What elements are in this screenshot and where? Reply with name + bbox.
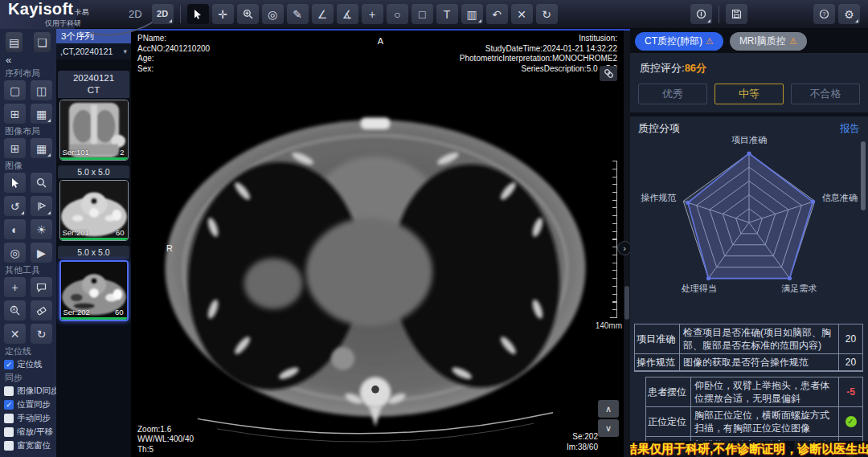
pointer-tool[interactable]	[4, 173, 26, 193]
delete-annotation-button[interactable]: ✕	[511, 4, 533, 24]
checkbox-定位线[interactable]: ✓定位线	[4, 359, 52, 370]
qc-item-name: 项目准确	[635, 324, 680, 353]
series-number-label: Ser:101	[63, 148, 89, 157]
zoom-in-tool[interactable]	[237, 4, 259, 24]
pass-check-icon: ✓	[845, 416, 857, 427]
search-tool[interactable]	[31, 173, 52, 193]
restore-tool[interactable]: ↻	[31, 324, 52, 344]
qc-table-area: 项目准确检查项目是否准确(项目如脑部、胸部、腹部是否在标准的范围内容)20操作规…	[630, 320, 868, 457]
checkbox-图像ID同步[interactable]: 图像ID同步	[4, 386, 52, 397]
play-tool[interactable]: ▶	[31, 243, 52, 263]
radar-axis-label: 信息准确	[822, 191, 858, 203]
image-count-label: 60	[116, 228, 125, 237]
length-tool[interactable]: ✎	[287, 4, 309, 24]
window-preset-button[interactable]: ▥	[461, 4, 483, 24]
target-tool[interactable]: ◎	[262, 4, 284, 24]
report-panel-toggle-icon: ❏	[37, 37, 47, 48]
probe-tool[interactable]: +	[362, 4, 383, 24]
eraser-icon	[36, 306, 47, 316]
series-thumbnail-201[interactable]: Ser:201 60	[59, 180, 129, 241]
localizer-icon: ◎	[10, 247, 19, 259]
radar-axis-label: 项目准确	[731, 134, 767, 146]
load-progress-bar	[60, 238, 128, 240]
restore-icon: ↻	[37, 328, 47, 340]
series-layout-2x2-icon: ⊞	[10, 108, 20, 120]
warning-icon: ⚠	[706, 36, 714, 47]
chevron-down-icon: ∨	[605, 423, 612, 434]
svg-text:?: ?	[823, 11, 826, 17]
info-button[interactable]	[690, 4, 712, 24]
localizer-tool[interactable]: ◎	[4, 243, 26, 263]
report-panel-toggle[interactable]: ❏	[34, 32, 51, 52]
invert-tool[interactable]: ◐	[4, 219, 26, 239]
series-thumbnail-101[interactable]: Ser:101 2	[59, 100, 129, 161]
series-thumbnail-202-selected[interactable]: Ser:202 60	[59, 260, 129, 321]
delete-annotation-icon: ✕	[517, 9, 526, 20]
play-icon: ▶	[37, 247, 46, 259]
study-info-overlay: Institusion: StudyDateTime:2024-01-21 14…	[460, 34, 617, 74]
undo-button[interactable]: ↶	[486, 4, 508, 24]
cine-icon	[37, 202, 47, 211]
add-tool[interactable]: +	[4, 277, 26, 297]
collapse-sidebar-button[interactable]: «	[4, 54, 52, 66]
target-icon: ◎	[268, 9, 277, 20]
checkbox-缩放/平移[interactable]: 缩放/平移	[4, 426, 52, 438]
tool-grid: ▢◫⊞▦	[4, 80, 52, 124]
magnify-roi-tool[interactable]: A	[4, 300, 26, 320]
grade-medium-button[interactable]: 中等	[714, 84, 784, 104]
series-layout-1x2[interactable]: ◫	[31, 80, 52, 100]
angle-tool[interactable]: ∠	[312, 4, 334, 24]
checkbox-窗宽窗位[interactable]: 窗宽窗位	[4, 440, 52, 451]
study-dropdown[interactable]: ,CT,20240121 ▾	[56, 43, 131, 59]
checkbox-label: 手动同步	[17, 413, 51, 424]
image-layout-3x3[interactable]: ▦	[31, 138, 52, 158]
tab-mri-brain-qc[interactable]: MRI脑质控 ⚠	[730, 32, 807, 51]
expand-panel-button[interactable]: ›	[617, 241, 630, 255]
series-list-toggle[interactable]: ▤	[6, 32, 23, 52]
slice-scrollbar-thumb[interactable]	[624, 286, 629, 320]
text-annotation-tool[interactable]: T	[436, 4, 458, 24]
ellipse-roi-tool[interactable]: ○	[387, 4, 408, 24]
tab-ct-lung-qc[interactable]: CT质控(肺部) ⚠	[635, 32, 723, 51]
checkbox-checked-icon: ✓	[4, 360, 14, 369]
help-button[interactable]: ?	[813, 4, 835, 24]
series-description-header: 5.0 x 5.0	[58, 165, 129, 178]
reset-button[interactable]: ↻	[536, 4, 558, 24]
checkbox-位置同步[interactable]: ✓位置同步	[4, 399, 52, 410]
grade-excellent-button[interactable]: 优秀	[638, 84, 707, 104]
cursor-tool[interactable]	[187, 4, 209, 24]
previous-slice-button[interactable]: ∧	[598, 400, 619, 418]
2d-view-button[interactable]: 2D	[152, 4, 174, 24]
checkbox-手动同步[interactable]: 手动同步	[4, 413, 52, 424]
settings-button[interactable]: ⚙	[838, 4, 860, 24]
clear-tool[interactable]: ✕	[4, 324, 26, 344]
comment-tool[interactable]	[31, 277, 52, 297]
rect-roi-tool[interactable]: □	[411, 4, 433, 24]
qc-radar-chart: 项目准确信息准确满足需求处理得当操作规范	[636, 137, 862, 320]
toolbar-separator	[180, 6, 181, 23]
panel-scrollbar-thumb[interactable]	[861, 141, 866, 210]
save-button[interactable]	[726, 4, 747, 24]
image-layout-2x2[interactable]: ⊞	[4, 138, 26, 158]
logo-subtitle: 仅用于科研	[45, 19, 122, 27]
pan-icon: ✛	[218, 9, 227, 20]
series-layout-3x3[interactable]: ▦	[31, 104, 52, 124]
section-label: 图像布局	[5, 126, 51, 137]
series-layout-1x2-icon: ◫	[36, 85, 47, 96]
pan-tool[interactable]: ✛	[212, 4, 234, 24]
grade-fail-button[interactable]: 不合格	[791, 84, 860, 104]
checkbox-label: 缩放/平移	[17, 426, 53, 438]
study-dropdown-value: ,CT,20240121	[60, 47, 113, 56]
report-link[interactable]: 报告	[840, 122, 860, 136]
cobb-angle-tool[interactable]: ∡	[337, 4, 358, 24]
logo-text: Kayisoft	[8, 0, 73, 18]
image-viewport[interactable]: PName: AccNO:2401210200 Age: Sex: A Inst…	[131, 29, 630, 457]
series-layout-2x2[interactable]: ⊞	[4, 104, 26, 124]
eraser-tool[interactable]	[31, 300, 52, 320]
cine-tool[interactable]	[31, 196, 52, 216]
series-layout-1x1[interactable]: ▢	[4, 80, 26, 100]
brightness-tool[interactable]: ☀	[31, 219, 52, 239]
flip-rotate-tool[interactable]: ↺	[4, 196, 26, 216]
link-series-button[interactable]	[600, 66, 617, 81]
next-slice-button[interactable]: ∨	[598, 419, 619, 437]
